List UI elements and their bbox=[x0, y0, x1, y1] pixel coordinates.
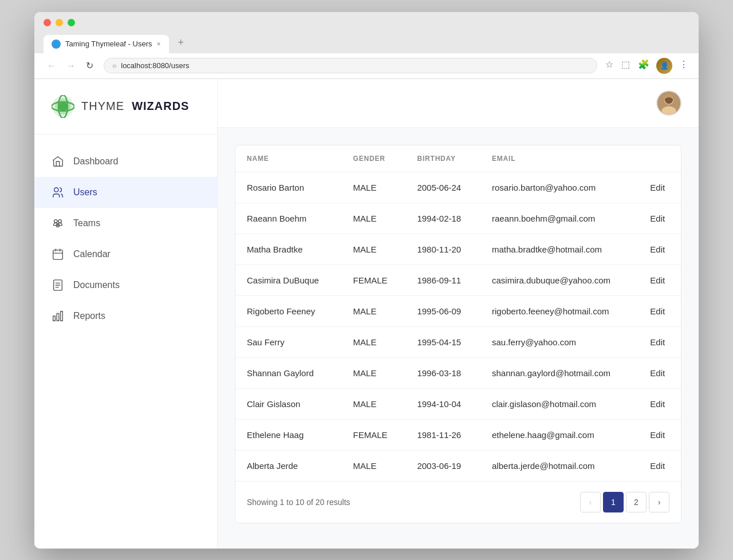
users-label: Users bbox=[73, 187, 97, 198]
cell-name: Ethelene Haag bbox=[235, 419, 342, 450]
cell-gender: MALE bbox=[342, 357, 406, 388]
cell-name: Shannan Gaylord bbox=[235, 357, 342, 388]
teams-label: Teams bbox=[73, 218, 100, 228]
cell-name: Sau Ferry bbox=[235, 326, 342, 357]
cell-gender: MALE bbox=[342, 234, 406, 265]
col-actions bbox=[639, 145, 681, 172]
profile-avatar-small[interactable]: 👤 bbox=[656, 58, 672, 74]
cell-birthday: 2003-06-19 bbox=[405, 450, 480, 481]
table-body: Rosario Barton MALE 2005-06-24 rosario.b… bbox=[235, 172, 681, 481]
next-page-button[interactable]: › bbox=[649, 492, 669, 512]
cell-email: casimira.dubuque@yahoo.com bbox=[480, 265, 639, 295]
cell-birthday: 1994-10-04 bbox=[405, 388, 480, 419]
extensions-icon[interactable]: 🧩 bbox=[637, 58, 651, 74]
cast-icon[interactable]: ⬚ bbox=[620, 58, 631, 74]
logo-thyme: THYME bbox=[81, 100, 124, 112]
table-row: Rigoberto Feeney MALE 1995-06-09 rigober… bbox=[235, 295, 681, 326]
reload-button[interactable]: ↻ bbox=[82, 59, 97, 72]
cell-email: sau.ferry@yahoo.com bbox=[480, 326, 639, 357]
prev-page-button[interactable]: ‹ bbox=[580, 492, 601, 512]
table-row: Alberta Jerde MALE 2003-06-19 alberta.je… bbox=[235, 450, 681, 481]
lock-icon: ○ bbox=[112, 62, 116, 70]
toolbar-actions: ☆ ⬚ 🧩 👤 ⋮ bbox=[604, 58, 689, 74]
edit-button[interactable]: Edit bbox=[639, 419, 681, 450]
home-icon bbox=[52, 155, 64, 168]
reports-label: Reports bbox=[73, 311, 105, 321]
cell-email: ethelene.haag@gmail.com bbox=[480, 419, 639, 450]
sidebar-item-calendar[interactable]: Calendar bbox=[34, 239, 217, 270]
logo-wizards: WIZARDS bbox=[132, 100, 189, 112]
cell-gender: FEMALE bbox=[342, 265, 406, 295]
table-row: Shannan Gaylord MALE 1996-03-18 shannan.… bbox=[235, 357, 681, 388]
sidebar-item-reports[interactable]: Reports bbox=[34, 301, 217, 332]
cell-birthday: 1981-11-26 bbox=[405, 419, 480, 450]
cell-email: alberta.jerde@hotmail.com bbox=[480, 450, 639, 481]
tab-close-button[interactable]: × bbox=[156, 40, 160, 48]
forward-button[interactable]: → bbox=[63, 59, 79, 72]
page-2-button[interactable]: 2 bbox=[626, 492, 647, 512]
tab-title: Taming Thymeleaf - Users bbox=[65, 40, 152, 48]
cell-name: Clair Gislason bbox=[235, 388, 342, 419]
cell-birthday: 1986-09-11 bbox=[405, 265, 480, 295]
back-button[interactable]: ← bbox=[44, 59, 60, 72]
cell-gender: MALE bbox=[342, 295, 406, 326]
table-header: NAME GENDER BIRTHDAY EMAIL bbox=[235, 145, 681, 172]
cell-birthday: 2005-06-24 bbox=[405, 172, 480, 203]
user-avatar[interactable] bbox=[656, 90, 681, 116]
maximize-traffic-light[interactable] bbox=[68, 19, 75, 26]
bookmark-icon[interactable]: ☆ bbox=[604, 58, 614, 74]
cell-birthday: 1995-04-15 bbox=[405, 326, 480, 357]
edit-button[interactable]: Edit bbox=[639, 265, 681, 295]
cell-gender: MALE bbox=[342, 172, 406, 203]
browser-window: 🌐 Taming Thymeleaf - Users × + ← → ↻ ○ l… bbox=[34, 12, 699, 549]
edit-button[interactable]: Edit bbox=[639, 388, 681, 419]
tab-bar: 🌐 Taming Thymeleaf - Users × + bbox=[44, 32, 689, 53]
sidebar-item-teams[interactable]: Teams bbox=[34, 208, 217, 239]
page-1-button[interactable]: 1 bbox=[603, 492, 624, 512]
nav-buttons: ← → ↻ bbox=[44, 59, 97, 72]
col-gender: GENDER bbox=[342, 145, 406, 172]
header-bar bbox=[218, 79, 699, 128]
sidebar-nav: Dashboard Users Teams bbox=[34, 135, 217, 343]
users-icon bbox=[52, 186, 64, 199]
app-layout: THYME WIZARDS Dashboard Users bbox=[34, 79, 699, 549]
minimize-traffic-light[interactable] bbox=[56, 19, 63, 26]
close-traffic-light[interactable] bbox=[44, 19, 51, 26]
cell-email: shannan.gaylord@hotmail.com bbox=[480, 357, 639, 388]
svg-point-7 bbox=[58, 219, 62, 223]
svg-point-5 bbox=[54, 187, 58, 191]
avatar-image bbox=[657, 92, 680, 115]
edit-button[interactable]: Edit bbox=[639, 172, 681, 203]
document-icon bbox=[52, 279, 64, 291]
menu-icon[interactable]: ⋮ bbox=[678, 58, 689, 74]
cell-email: matha.bradtke@hotmail.com bbox=[480, 234, 639, 265]
edit-button[interactable]: Edit bbox=[639, 203, 681, 234]
edit-button[interactable]: Edit bbox=[639, 234, 681, 265]
cell-gender: MALE bbox=[342, 326, 406, 357]
edit-button[interactable]: Edit bbox=[639, 295, 681, 326]
svg-point-2 bbox=[58, 102, 68, 111]
col-birthday: BIRTHDAY bbox=[405, 145, 480, 172]
new-tab-button[interactable]: + bbox=[171, 32, 191, 53]
active-tab[interactable]: 🌐 Taming Thymeleaf - Users × bbox=[44, 35, 169, 53]
address-bar[interactable]: ○ localhost:8080/users bbox=[104, 58, 597, 73]
col-name: NAME bbox=[235, 145, 342, 172]
sidebar-item-dashboard[interactable]: Dashboard bbox=[34, 146, 217, 177]
sidebar-item-documents[interactable]: Documents bbox=[34, 270, 217, 301]
sidebar-item-users[interactable]: Users bbox=[34, 177, 217, 208]
team-icon bbox=[52, 217, 64, 230]
cell-birthday: 1994-02-18 bbox=[405, 203, 480, 234]
cell-email: rigoberto.feeney@hotmail.com bbox=[480, 295, 639, 326]
table-row: Sau Ferry MALE 1995-04-15 sau.ferry@yaho… bbox=[235, 326, 681, 357]
edit-button[interactable]: Edit bbox=[639, 450, 681, 481]
url-display: localhost:8080/users bbox=[121, 61, 189, 70]
col-email: EMAIL bbox=[480, 145, 639, 172]
cell-email: rosario.barton@yahoo.com bbox=[480, 172, 639, 203]
edit-button[interactable]: Edit bbox=[639, 326, 681, 357]
cell-birthday: 1995-06-09 bbox=[405, 295, 480, 326]
edit-button[interactable]: Edit bbox=[639, 357, 681, 388]
cell-name: Raeann Boehm bbox=[235, 203, 342, 234]
cell-name: Matha Bradtke bbox=[235, 234, 342, 265]
traffic-lights bbox=[44, 19, 689, 26]
pagination-controls: ‹ 1 2 › bbox=[580, 492, 669, 512]
